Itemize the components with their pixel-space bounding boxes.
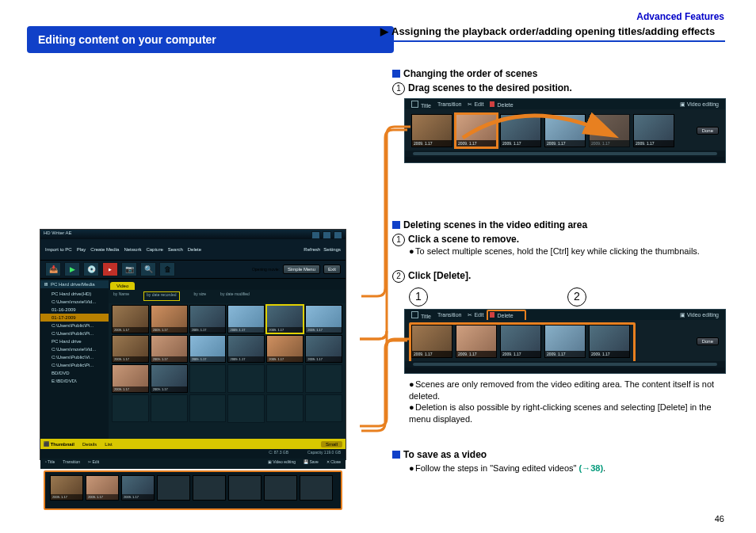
grid-thumbnail[interactable]: 2009. 1.17 [151,364,188,393]
exit-button[interactable]: Exit [323,265,341,274]
toolbar-import[interactable]: Import to PC [45,247,72,252]
done-button[interactable]: Done [697,127,719,135]
search-icon[interactable]: 🔍 [140,262,156,276]
toolbar-capture[interactable]: Capture [146,247,162,252]
edit-title[interactable]: ▫ Title [45,459,55,468]
page-link-38[interactable]: (→38) [579,463,604,473]
grid-thumbnail[interactable]: 2009. 1.17 [305,305,342,333]
toolbar-refresh[interactable]: Refresh [304,247,320,252]
scene-thumbnail[interactable]: 2009. 1.17 [544,325,586,358]
strip-thumbnail[interactable]: 2009. 1.17 [50,475,83,501]
strip-thumbnail[interactable]: 2009. 1.17 [86,475,119,501]
scene-thumbnail-selected[interactable]: 2009. 1.17 [456,114,497,147]
sidebar-item[interactable]: C:\Users\Public\Vi... [40,353,109,361]
sidebar-item[interactable]: C:\Users\movie\Vid... [40,298,109,306]
grid-thumbnail[interactable]: 2009. 1.17 [305,335,342,364]
edit-button[interactable]: ✂ Edit [468,312,483,318]
toolbar-network[interactable]: Network [124,247,141,252]
sidebar-item[interactable]: C:\Users\Public\Pi... [40,322,109,329]
trash-icon[interactable]: 🗑 [159,262,175,276]
bottom-editing-strip: 2009. 1.17 2009. 1.17 2009. 1.17 [44,470,342,510]
grid-thumbnail[interactable]: 2009. 1.17 [112,335,149,364]
sort-recorded-selected[interactable]: by date recorded [143,291,180,301]
step-click-scene: 1Click a scene to remove. [392,234,519,246]
done-button[interactable]: Done [697,337,719,345]
scene-thumbnail[interactable]: 2009. 1.17 [500,114,541,147]
grid-thumbnail-highlighted[interactable]: 2009. 1.17 [266,305,304,333]
edit-close[interactable]: ✕ Close [326,459,341,468]
grid-thumbnail[interactable]: 2009. 1.17 [189,305,227,333]
sidebar-item[interactable]: C:\Users\movie\Vid... [40,345,109,353]
edit-transition[interactable]: Transition [63,459,80,468]
scene-thumbnail[interactable]: 2009. 1.17 [411,325,452,358]
camera-icon[interactable]: 📷 [121,262,137,276]
youtube-icon[interactable]: ▶ [102,262,118,276]
sidebar-item[interactable]: BD/DVD [40,369,109,377]
transition-button[interactable]: Transition [437,312,461,318]
grid-thumbnail[interactable]: 2009. 1.17 [227,335,265,364]
grid-thumbnail[interactable]: 2009. 1.17 [112,364,149,393]
scene-thumbnail[interactable]: 2009. 1.17 [456,325,497,358]
title-button[interactable]: Title [411,311,431,319]
scene-thumbnail[interactable]: 2009. 1.17 [411,114,452,147]
delete-button-highlighted[interactable]: Delete [490,312,513,318]
window-minimize-icon[interactable] [311,231,320,239]
strip-empty [228,475,262,501]
window-maximize-icon[interactable] [323,231,331,239]
edit-edit[interactable]: ✂ Edit [88,459,99,468]
grid-empty-slot [189,364,227,393]
toolbar-settings[interactable]: Settings [323,247,341,252]
strip-scrollbar[interactable] [405,150,725,157]
view-details[interactable]: Details [82,442,97,447]
grid-empty-slot [227,394,265,423]
view-small[interactable]: Small [321,441,342,447]
scene-thumbnail[interactable]: 2009. 1.17 [589,325,630,358]
info-bar: C: 87.3 GB Capacity 119.0 GB [40,449,346,459]
toolbar-create[interactable]: Create Media [90,247,119,252]
disc-icon[interactable]: 💿 [83,262,99,276]
subheading-save-video: To save as a video [392,449,487,460]
strip-scrollbar[interactable] [405,361,725,367]
sort-modified[interactable]: by date modified [220,291,250,301]
sidebar-item[interactable]: PC Hard drive [40,337,109,345]
grid-thumbnail[interactable]: 2009. 1.17 [151,305,188,333]
grid-thumbnail[interactable]: 2009. 1.17 [189,335,227,364]
grid-thumbnail[interactable]: 2009. 1.17 [151,335,188,364]
sidebar-item[interactable]: C:\Users\Public\Pi... [40,361,109,369]
toolbar-delete[interactable]: Delete [188,247,201,252]
advanced-features-link[interactable]: Advanced Features [636,11,724,22]
grid-thumbnail[interactable]: 2009. 1.17 [266,335,304,364]
title-button[interactable]: Title [411,101,431,109]
toolbar-play[interactable]: Play [77,247,86,252]
transition-button[interactable]: Transition [437,101,461,107]
sidebar-item[interactable]: C:\Users\Public\Pi... [40,329,109,337]
sidebar-item-selected[interactable]: 01-17-2009 [40,314,109,322]
sort-name[interactable]: by Name [113,291,129,301]
edit-toolbar: ▫ Title Transition ✂ Edit ▣ Video editin… [40,459,346,469]
view-thumbnail[interactable]: Thumbnail [51,442,74,447]
toolbar-search[interactable]: Search [168,247,183,252]
strip-thumbnails: 2009. 1.17 2009. 1.17 2009. 1.17 2009. 1… [405,320,725,361]
sidebar-item[interactable]: 01-16-2009 [40,306,109,314]
grid-thumbnail[interactable]: 2009. 1.17 [112,305,149,333]
simple-menu-button[interactable]: Simple Menu [283,265,320,274]
view-list[interactable]: List [105,442,112,447]
tab-video[interactable]: Video [110,282,135,290]
scene-thumbnail[interactable]: 2009. 1.17 [633,114,674,147]
grid-thumbnail[interactable]: 2009. 1.17 [227,305,265,333]
strip-empty [193,475,226,501]
sidebar-item[interactable]: E:\BD/DVD\ [40,377,109,385]
view-bar: ⬛ Thumbnail Details List Small [40,439,346,449]
scene-thumbnail[interactable]: 2009. 1.17 [500,325,541,358]
import-icon[interactable]: 📥 [45,262,61,276]
play-icon[interactable]: ▶ [64,262,80,276]
scene-thumbnail[interactable]: 2009. 1.17 [544,114,586,147]
edit-button[interactable]: ✂ Edit [468,101,483,108]
sort-size[interactable]: by size [194,291,207,301]
strip-thumbnail[interactable]: 2009. 1.17 [121,475,155,501]
sidebar-item[interactable]: PC Hard drive(HD) [40,290,109,298]
bullet-not-deleted: ●Scenes are only removed from the video … [409,379,726,402]
edit-save[interactable]: 💾 Save [304,459,319,468]
delete-button[interactable]: Delete [490,101,513,108]
window-close-icon[interactable] [334,231,342,239]
